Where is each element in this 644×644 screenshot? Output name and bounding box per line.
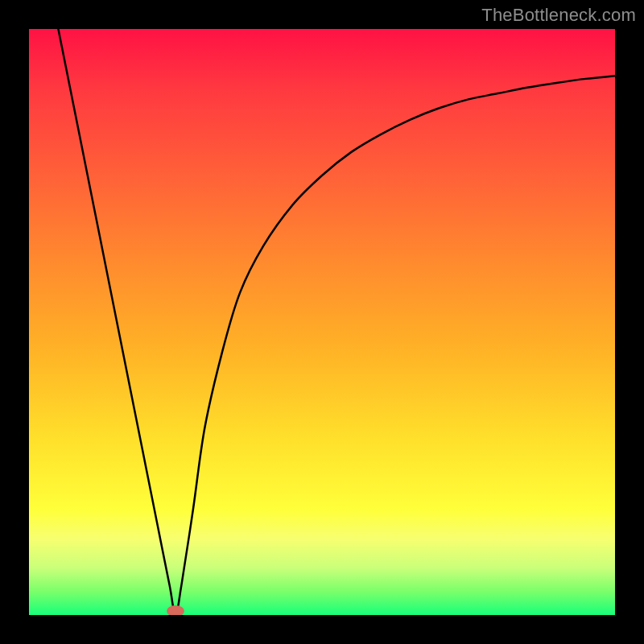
chart-frame: TheBottleneck.com <box>0 0 644 644</box>
bottleneck-curve <box>29 29 615 615</box>
optimum-marker <box>167 605 184 615</box>
watermark-text: TheBottleneck.com <box>481 5 636 26</box>
plot-area <box>29 29 615 615</box>
